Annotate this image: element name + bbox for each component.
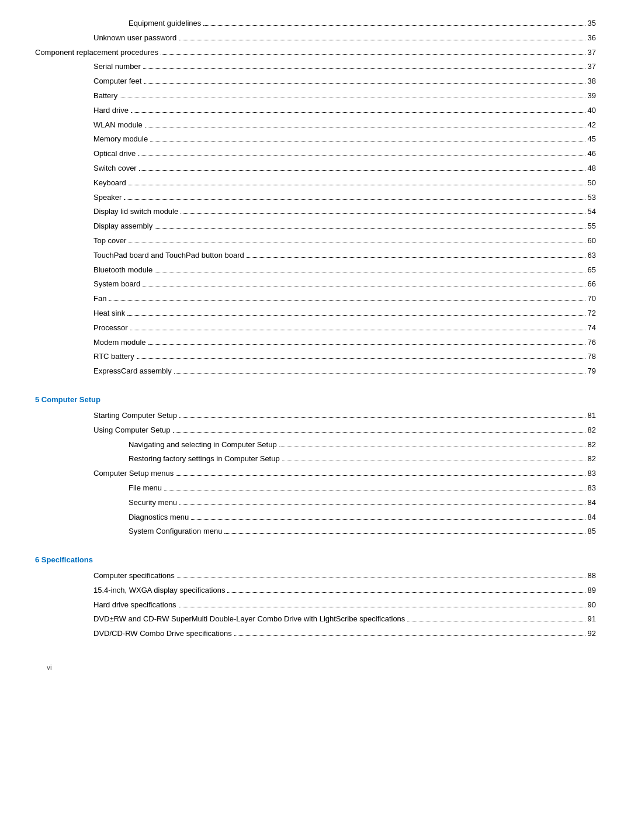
- toc-entry: RTC battery78: [35, 351, 596, 363]
- toc-dots: [179, 417, 585, 418]
- toc-dots: [177, 578, 585, 578]
- toc-entry: WLAN module42: [35, 119, 596, 132]
- toc-entry: Computer feet38: [35, 75, 596, 88]
- toc-dots: [148, 344, 585, 345]
- toc-entry-page: 91: [588, 613, 596, 625]
- toc-entry-page: 70: [588, 293, 596, 305]
- toc-dots: [176, 475, 585, 476]
- toc-chapter5: Starting Computer Setup81Using Computer …: [35, 410, 596, 538]
- toc-dots: [144, 83, 585, 84]
- toc-entry-page: 81: [588, 410, 596, 422]
- toc-dots: [127, 315, 585, 316]
- toc-entry-label: Optical drive: [93, 148, 136, 160]
- toc-dots: [234, 635, 585, 636]
- toc-entry-label: Starting Computer Setup: [93, 410, 177, 422]
- toc-entry: Diagnostics menu84: [35, 511, 596, 524]
- page-footer: vi: [35, 663, 596, 672]
- toc-entry: Top cover60: [35, 235, 596, 247]
- toc-entry-page: 85: [588, 526, 596, 538]
- toc-entry: Switch cover48: [35, 163, 596, 175]
- toc-dots: [138, 155, 585, 156]
- toc-entry: Computer Setup menus83: [35, 468, 596, 480]
- toc-entry: Battery39: [35, 90, 596, 102]
- toc-entry-page: 72: [588, 307, 596, 320]
- toc-entry: Bluetooth module65: [35, 264, 596, 276]
- toc-dots: [150, 141, 585, 141]
- toc-dots: [191, 519, 585, 520]
- chapter5-heading: 5 Computer Setup: [35, 395, 596, 404]
- toc-entry-label: Bluetooth module: [93, 264, 152, 276]
- toc-entry-page: 46: [588, 148, 596, 160]
- toc-entry-page: 48: [588, 163, 596, 175]
- toc-entry-label: Heat sink: [93, 307, 125, 320]
- toc-entry: Serial number37: [35, 61, 596, 73]
- toc-entry: Hard drive40: [35, 105, 596, 117]
- toc-entry-page: 82: [588, 439, 596, 451]
- toc-entry-label: Restoring factory settings in Computer S…: [129, 453, 280, 465]
- toc-entry-label: Diagnostics menu: [129, 511, 189, 524]
- toc-entry-page: 83: [588, 482, 596, 495]
- toc-pre-chapter5: Equipment guidelines35Unknown user passw…: [35, 18, 596, 378]
- toc-entry-label: 15.4-inch, WXGA display specifications: [93, 585, 225, 597]
- toc-entry: Unknown user password36: [35, 32, 596, 44]
- toc-entry-label: Unknown user password: [93, 32, 176, 44]
- toc-entry-label: Speaker: [93, 192, 122, 204]
- toc-entry-page: 90: [588, 599, 596, 611]
- toc-entry: Display lid switch module54: [35, 206, 596, 218]
- toc-entry-page: 37: [588, 61, 596, 73]
- toc-entry-label: Security menu: [129, 497, 177, 509]
- toc-entry: Display assembly55: [35, 220, 596, 233]
- toc-entry: ExpressCard assembly79: [35, 365, 596, 378]
- toc-entry-page: 82: [588, 453, 596, 465]
- toc-entry-label: Display assembly: [93, 220, 152, 233]
- toc-entry: Fan70: [35, 293, 596, 305]
- toc-dots: [129, 185, 585, 185]
- toc-dots: [139, 170, 585, 171]
- toc-dots: [227, 592, 585, 593]
- toc-entry-page: 39: [588, 90, 596, 102]
- toc-entry-label: Hard drive specifications: [93, 599, 176, 611]
- toc-dots: [174, 373, 585, 374]
- toc-entry: File menu83: [35, 482, 596, 495]
- toc-entry-page: 66: [588, 278, 596, 291]
- toc-entry-label: Switch cover: [93, 163, 137, 175]
- toc-chapter6: Computer specifications8815.4-inch, WXGA…: [35, 570, 596, 640]
- toc-entry-page: 63: [588, 250, 596, 262]
- toc-dots: [181, 213, 585, 214]
- toc-entry: Hard drive specifications90: [35, 599, 596, 611]
- toc-entry-label: Using Computer Setup: [93, 424, 171, 437]
- toc-entry: Using Computer Setup82: [35, 424, 596, 437]
- toc-entry-page: 35: [588, 18, 596, 30]
- page-number: vi: [47, 663, 52, 672]
- toc-dots: [173, 432, 585, 433]
- toc-entry: Navigating and selecting in Computer Set…: [35, 439, 596, 451]
- toc-dots: [164, 490, 585, 490]
- toc-entry-page: 82: [588, 424, 596, 437]
- toc-entry-page: 76: [588, 337, 596, 349]
- toc-entry-page: 83: [588, 468, 596, 480]
- toc-entry-page: 78: [588, 351, 596, 363]
- toc-dots: [247, 257, 585, 258]
- toc-dots: [282, 461, 585, 461]
- toc-entry-page: 65: [588, 264, 596, 276]
- toc-entry-label: Computer Setup menus: [93, 468, 174, 480]
- toc-entry-label: Computer specifications: [93, 570, 175, 582]
- toc-entry-page: 37: [588, 47, 596, 59]
- toc-entry-label: Keyboard: [93, 177, 126, 189]
- toc-entry-label: Equipment guidelines: [129, 18, 201, 30]
- toc-dots: [120, 98, 585, 98]
- toc-dots: [179, 607, 585, 607]
- toc-entry-label: Computer feet: [93, 75, 141, 88]
- toc-entry-page: 84: [588, 497, 596, 509]
- toc-entry-page: 54: [588, 206, 596, 218]
- toc-entry: Speaker53: [35, 192, 596, 204]
- toc-entry: Restoring factory settings in Computer S…: [35, 453, 596, 465]
- toc-entry: Keyboard50: [35, 177, 596, 189]
- toc-entry-page: 89: [588, 585, 596, 597]
- toc-entry-label: File menu: [129, 482, 162, 495]
- toc-dots: [155, 272, 585, 272]
- toc-entry: Heat sink72: [35, 307, 596, 320]
- toc-entry-page: 36: [588, 32, 596, 44]
- toc-dots: [145, 127, 585, 127]
- toc-entry-page: 88: [588, 570, 596, 582]
